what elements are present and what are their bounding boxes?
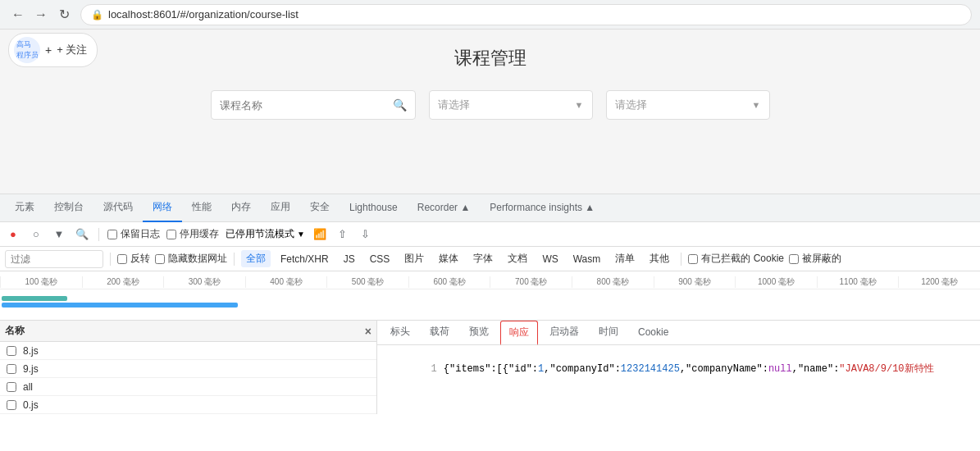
filter-ws[interactable]: WS [537,252,563,266]
disable-cache-label[interactable]: 停用缓存 [166,227,219,241]
ruler-mark-3: 400 毫秒 [245,276,327,288]
blocked-requests-label[interactable]: 被屏蔽的 [789,252,841,266]
ruler-mark-9: 1000 毫秒 [735,276,817,288]
filter-wasm[interactable]: Wasm [568,252,606,266]
preserve-log-label[interactable]: 保留日志 [107,227,160,241]
file-list-close-button[interactable]: × [365,325,371,338]
file-checkbox-3[interactable] [7,400,16,410]
file-checkbox-1[interactable] [7,364,16,374]
file-name-2: all [23,381,33,393]
resp-tab-headers[interactable]: 标头 [382,321,418,345]
filter-media[interactable]: 媒体 [434,250,463,267]
response-panel: 标头 载荷 预览 响应 启动器 时间 Cookie [377,321,980,414]
filter-sep-1 [110,253,111,266]
course-search-input[interactable] [220,99,386,112]
download-icon[interactable]: ⇩ [358,226,374,243]
blocked-requests-checkbox[interactable] [789,254,799,264]
filter-other[interactable]: 其他 [645,250,674,267]
select1-placeholder: 请选择 [438,98,470,112]
resp-tab-initiator[interactable]: 启动器 [541,321,587,345]
select1-box[interactable]: 请选择 ▼ [429,90,593,120]
filter-js[interactable]: JS [339,252,360,266]
hide-data-urls-label[interactable]: 隐藏数据网址 [155,252,227,266]
ruler-mark-5: 600 毫秒 [408,276,490,288]
clear-button[interactable]: ○ [28,226,44,243]
select2-placeholder: 请选择 [615,98,647,112]
filter-manifest[interactable]: 清单 [610,250,640,267]
upload-icon[interactable]: ⇧ [335,226,351,243]
lock-icon: 🔒 [91,9,103,20]
ruler-mark-7: 800 毫秒 [572,276,654,288]
select2-box[interactable]: 请选择 ▼ [606,90,770,120]
tab-security[interactable]: 安全 [300,194,340,222]
search-icon: 🔍 [393,98,407,112]
hide-data-urls-text: 隐藏数据网址 [168,252,227,266]
resp-tab-preview[interactable]: 预览 [461,321,497,345]
page-title: 课程管理 [454,46,526,71]
resp-tab-payload[interactable]: 载荷 [422,321,458,345]
tab-console[interactable]: 控制台 [44,194,93,222]
file-checkbox-0[interactable] [7,346,16,356]
throttle-label: 已停用节流模式 [226,227,294,241]
filter-toggle-button[interactable]: ▼ [51,226,67,243]
back-button[interactable]: ← [8,5,28,25]
tab-application[interactable]: 应用 [261,194,300,222]
filter-sep-2 [234,253,235,266]
file-item-0[interactable]: 8.js [0,342,376,360]
forward-button[interactable]: → [31,5,51,25]
filter-fetch-xhr[interactable]: Fetch/XHR [276,252,334,266]
tab-sources[interactable]: 源代码 [93,194,143,222]
invert-checkbox[interactable] [117,254,127,264]
json-key-name: ,"name": [792,363,840,375]
file-name-0: 8.js [23,345,39,357]
resp-tab-timing[interactable]: 时间 [590,321,627,345]
blocked-cookies-label[interactable]: 有已拦截的 Cookie [688,252,784,266]
filter-css[interactable]: CSS [365,252,395,266]
ruler-mark-11: 1200 毫秒 [898,276,980,288]
file-list-items: 8.js 9.js all 0.js [0,342,376,414]
ruler-mark-8: 900 毫秒 [654,276,736,288]
resp-tab-cookies[interactable]: Cookie [630,321,677,345]
tab-lighthouse[interactable]: Lighthouse [340,194,408,222]
resp-tab-response[interactable]: 响应 [500,321,538,345]
wifi-icon[interactable]: 📶 [312,226,328,243]
disable-cache-checkbox[interactable] [166,230,176,239]
tab-elements[interactable]: 元素 [5,194,44,222]
invert-label[interactable]: 反转 [117,252,150,266]
throttle-dropdown-icon: ▼ [297,230,305,239]
filter-all[interactable]: 全部 [241,250,271,267]
follow-button[interactable]: 高马程序员 + + 关注 [8,33,98,67]
network-bar-3 [74,303,238,308]
file-list-panel: 名称 × 8.js 9.js all 0.js [0,321,377,414]
filter-row: 反转 隐藏数据网址 全部 Fetch/XHR JS CSS 图片 媒体 字体 文… [0,247,980,271]
throttle-select-wrap[interactable]: 已停用节流模式 ▼ [226,227,305,241]
tab-memory[interactable]: 内存 [221,194,261,222]
blocked-cookies-checkbox[interactable] [688,254,698,264]
hide-data-urls-checkbox[interactable] [155,254,165,264]
page-content: 课程管理 🔍 请选择 ▼ 请选择 ▼ [0,30,980,194]
file-item-1[interactable]: 9.js [0,360,376,378]
file-checkbox-2[interactable] [7,382,16,392]
filter-input[interactable] [5,250,103,268]
reload-button[interactable]: ↻ [54,5,74,25]
file-name-3: 0.js [23,399,39,411]
search-row: 🔍 请选择 ▼ 请选择 ▼ [211,90,770,120]
filter-img[interactable]: 图片 [399,250,429,267]
search-button[interactable]: 🔍 [74,226,90,243]
ruler-mark-2: 300 毫秒 [163,276,245,288]
chevron-down-icon-1: ▼ [575,100,584,110]
tab-recorder[interactable]: Recorder ▲ [408,194,481,222]
preserve-log-checkbox[interactable] [107,230,117,239]
tab-performance-insights[interactable]: Performance insights ▲ [480,194,604,222]
file-item-3[interactable]: 0.js [0,396,376,414]
tab-network[interactable]: 网络 [143,194,182,222]
tab-performance[interactable]: 性能 [182,194,221,222]
course-search-box[interactable]: 🔍 [211,90,416,120]
file-item-2[interactable]: all [0,378,376,396]
record-button[interactable]: ● [5,226,21,243]
ruler-mark-0: 100 毫秒 [0,276,82,288]
filter-doc[interactable]: 文档 [503,250,532,267]
address-bar[interactable]: 🔒 localhost:8601/#/organization/course-l… [80,4,972,25]
json-number-companyid: 1232141425 [621,363,680,375]
filter-font[interactable]: 字体 [468,250,498,267]
